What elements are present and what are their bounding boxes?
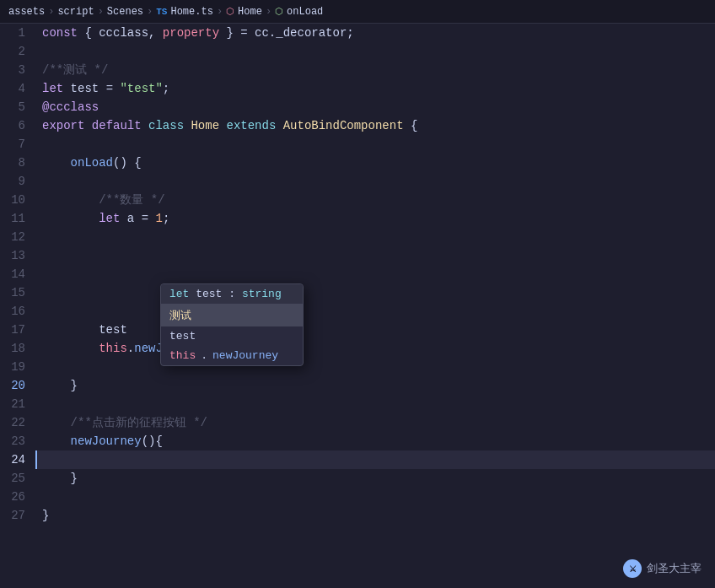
token-plain <box>42 156 71 170</box>
code-line-13 <box>35 246 715 265</box>
token-plain <box>142 119 148 132</box>
line-number-4: 4 <box>7 79 25 98</box>
token-kw2: default <box>92 119 142 132</box>
token-plain: ; <box>163 212 169 225</box>
token-prop: property <box>163 26 219 40</box>
token-plain: ; <box>163 82 169 95</box>
line-numbers: 1234567891011121314151617181920212223242… <box>0 24 35 588</box>
ac-type: string <box>242 288 282 300</box>
token-plain <box>42 323 99 337</box>
code-line-4: let test = "test"; <box>35 79 715 98</box>
token-kw2: let <box>99 212 120 225</box>
ac-dot: . <box>201 349 207 362</box>
breadcrumb-method[interactable]: onLoad <box>287 6 323 18</box>
breadcrumb-class[interactable]: Home <box>238 6 262 18</box>
ac-colon: : <box>228 288 235 300</box>
code-line-14 <box>35 265 715 283</box>
token-cls: AutoBindComponent <box>283 119 404 132</box>
line-number-8: 8 <box>7 154 25 172</box>
line-number-21: 21 <box>7 395 25 413</box>
home-icon: ⬡ <box>226 6 234 17</box>
token-cls: Home <box>191 119 219 132</box>
code-line-8: onLoad() { <box>35 154 715 172</box>
line-number-2: 2 <box>7 42 25 61</box>
line-number-1: 1 <box>7 24 25 42</box>
autocomplete-popup[interactable]: let test : string 测试 test this.newJourne… <box>160 283 304 366</box>
line-number-14: 14 <box>7 265 25 283</box>
code-line-20: } <box>35 376 715 395</box>
token-plain: { ccclass, <box>78 26 163 40</box>
token-plain: = <box>134 212 155 225</box>
token-fn: newJourney <box>71 434 142 448</box>
breadcrumb: assets › script › Scenes › TS Home.ts › … <box>0 0 715 24</box>
watermark-text: 剑圣大主宰 <box>647 561 702 576</box>
ac-label-chinese: 测试 <box>169 308 191 323</box>
token-kw2: let <box>42 82 63 95</box>
line-number-11: 11 <box>7 209 25 228</box>
ac-keyword: let <box>169 288 189 300</box>
code-line-6: export default class Home extends AutoBi… <box>35 116 715 135</box>
sep5: › <box>266 6 271 18</box>
ac-varname: test <box>196 288 222 300</box>
token-plain <box>84 119 91 132</box>
code-line-12 <box>35 228 715 246</box>
code-line-22: /**点击新的征程按钮 */ <box>35 413 715 432</box>
line-number-25: 25 <box>7 469 25 488</box>
token-plain: test <box>99 323 127 337</box>
autocomplete-item-cn[interactable]: 测试 <box>161 305 303 326</box>
line-number-12: 12 <box>7 228 25 246</box>
sep2: › <box>98 6 104 18</box>
code-line-3: /**测试 */ <box>35 61 715 79</box>
token-plain: } <box>42 379 78 392</box>
code-area[interactable]: const { ccclass, property } = cc._decora… <box>35 24 715 588</box>
code-line-19 <box>35 358 715 376</box>
line-number-23: 23 <box>7 432 25 450</box>
token-plain: a <box>127 212 134 225</box>
token-plain: . <box>127 342 134 355</box>
code-line-9 <box>35 172 715 191</box>
line-number-17: 17 <box>7 321 25 339</box>
code-line-21 <box>35 395 715 413</box>
breadcrumb-script[interactable]: script <box>57 6 94 18</box>
line-number-16: 16 <box>7 302 25 321</box>
code-line-5: @ccclass <box>35 98 715 116</box>
onload-icon: ⬡ <box>275 6 283 17</box>
code-line-16 <box>35 302 715 321</box>
code-line-24 <box>35 450 715 469</box>
line-number-10: 10 <box>7 191 25 209</box>
code-line-18: this.newJourney <box>35 339 715 358</box>
sep3: › <box>147 6 153 18</box>
code-line-7 <box>35 135 715 154</box>
line-number-9: 9 <box>7 172 25 191</box>
line-number-22: 22 <box>7 413 25 432</box>
breadcrumb-scenes[interactable]: Scenes <box>107 6 143 18</box>
ts-icon: TS <box>156 7 167 17</box>
ac-label-test: test <box>169 330 196 343</box>
watermark-icon: ⚔ <box>623 559 642 578</box>
token-this-kw: this <box>99 342 127 355</box>
token-plain <box>42 416 71 429</box>
autocomplete-item-newjourney[interactable]: this.newJourney <box>161 346 303 365</box>
token-plain: { <box>404 119 418 132</box>
line-number-26: 26 <box>7 488 25 506</box>
token-fn: onLoad <box>71 156 113 170</box>
sep1: › <box>48 6 54 18</box>
token-comment: /**数量 */ <box>99 193 164 207</box>
line-number-15: 15 <box>7 283 25 302</box>
token-comment: /**点击新的征程按钮 */ <box>71 416 207 429</box>
breadcrumb-file[interactable]: Home.ts <box>170 6 212 18</box>
token-str: "test" <box>120 82 162 95</box>
line-number-19: 19 <box>7 358 25 376</box>
code-line-10: /**数量 */ <box>35 191 715 209</box>
token-kw: class <box>148 119 184 132</box>
token-plain <box>42 434 71 448</box>
token-plain <box>42 212 99 225</box>
token-plain <box>42 193 99 207</box>
line-number-13: 13 <box>7 246 25 265</box>
token-kw2: const <box>42 26 78 40</box>
code-line-15 <box>35 283 715 302</box>
autocomplete-item-test[interactable]: test <box>161 326 303 346</box>
breadcrumb-assets[interactable]: assets <box>8 6 45 18</box>
line-number-24: 24 <box>7 450 25 469</box>
ac-method-name: newJourney <box>212 349 278 362</box>
